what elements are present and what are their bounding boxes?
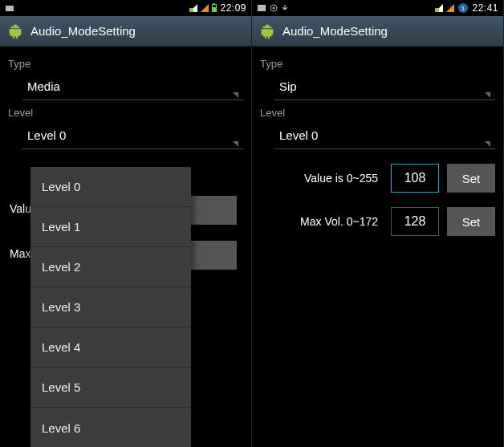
- svg-text:1: 1: [461, 5, 465, 12]
- level-spinner-value: Level 0: [27, 128, 66, 142]
- svg-point-2: [17, 25, 18, 26]
- level-dropdown: Level 0 Level 1 Level 2 Level 3 Level 4 …: [30, 167, 191, 447]
- set-button-obscured-1[interactable]: [189, 196, 237, 225]
- app-title: Audio_ModeSetting: [30, 24, 136, 38]
- value-row: Value is 0~255 Set: [274, 164, 495, 193]
- type-spinner-value: Sip: [279, 79, 297, 93]
- level-spinner-value: Level 0: [279, 128, 318, 142]
- dropdown-item-level-2[interactable]: Level 2: [30, 247, 191, 287]
- level-spinner[interactable]: Level 0: [274, 122, 495, 149]
- android-icon: [6, 22, 24, 40]
- level-label: Level: [8, 107, 243, 119]
- android-icon: [258, 22, 276, 40]
- gallery-icon: [257, 3, 266, 13]
- battery-icon: [212, 4, 217, 12]
- chevron-down-icon: [233, 141, 238, 147]
- svg-rect-3: [258, 5, 266, 11]
- title-bar: Audio_ModeSetting: [0, 16, 251, 47]
- svg-point-5: [273, 7, 275, 10]
- chevron-down-icon: [485, 92, 490, 98]
- type-label: Type: [8, 58, 243, 70]
- value-label-cut: Valu: [10, 202, 31, 215]
- dropdown-item-level-6[interactable]: Level 6: [30, 408, 191, 447]
- dropdown-item-level-4[interactable]: Level 4: [30, 327, 191, 368]
- value-label: Value is 0~255: [274, 172, 383, 185]
- storage-icon: [5, 3, 14, 13]
- level-spinner[interactable]: Level 0: [22, 122, 243, 149]
- battery-saver-icon: 1: [457, 2, 469, 14]
- dropdown-item-level-5[interactable]: Level 5: [30, 368, 191, 408]
- value-input[interactable]: [391, 164, 439, 193]
- set-value-button[interactable]: Set: [447, 164, 495, 193]
- clock: 22:41: [472, 2, 498, 14]
- dropdown-item-level-3[interactable]: Level 3: [30, 287, 191, 327]
- set-button-obscured-2[interactable]: [189, 241, 237, 270]
- app-title: Audio_ModeSetting: [282, 24, 388, 38]
- type-label: Type: [260, 58, 495, 70]
- status-bar: 1 22:41: [252, 0, 503, 16]
- max-input[interactable]: [391, 207, 439, 236]
- max-label-cut: Max: [10, 247, 30, 260]
- chevron-down-icon: [233, 92, 238, 98]
- max-row: Max Vol. 0~172 Set: [274, 207, 495, 236]
- svg-point-8: [265, 25, 266, 26]
- signal-sim1-icon: [435, 4, 443, 12]
- type-spinner[interactable]: Sip: [274, 73, 495, 100]
- max-label: Max Vol. 0~172: [274, 215, 383, 228]
- signal-sim2-icon: [446, 4, 454, 12]
- type-spinner-value: Media: [27, 79, 60, 93]
- dropdown-item-level-1[interactable]: Level 1: [30, 207, 191, 247]
- clock: 22:09: [220, 2, 246, 14]
- dropdown-item-level-0[interactable]: Level 0: [30, 167, 191, 207]
- download-icon: [281, 4, 289, 12]
- type-spinner[interactable]: Media: [22, 73, 243, 100]
- svg-point-1: [13, 25, 14, 26]
- status-bar: 22:09: [0, 0, 251, 16]
- screen-left: 22:09 Audio_ModeSetting Type Media Level…: [0, 0, 252, 447]
- level-label: Level: [260, 107, 495, 119]
- screen-right: 1 22:41 Audio_ModeSetting Type Sip Level…: [252, 0, 504, 447]
- set-max-button[interactable]: Set: [447, 207, 495, 236]
- title-bar: Audio_ModeSetting: [252, 16, 503, 47]
- svg-rect-0: [6, 6, 14, 11]
- svg-point-9: [269, 25, 270, 26]
- signal-sim2-icon: [201, 4, 209, 12]
- signal-sim1-icon: [189, 4, 197, 12]
- target-icon: [270, 4, 278, 12]
- chevron-down-icon: [485, 141, 490, 147]
